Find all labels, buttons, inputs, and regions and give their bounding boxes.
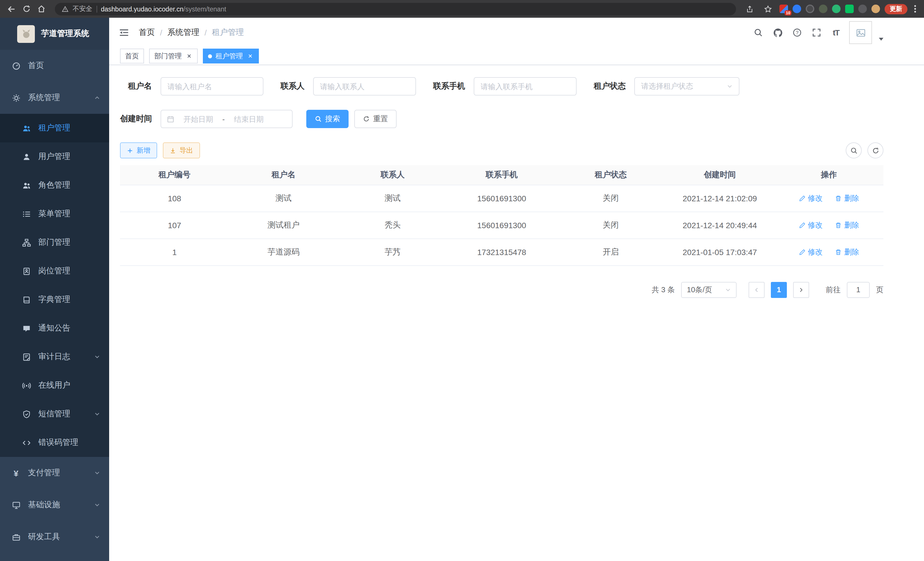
search-button[interactable]: 搜索 bbox=[306, 110, 349, 128]
breadcrumb-system[interactable]: 系统管理 bbox=[167, 27, 200, 38]
sidebar-item-dept[interactable]: 部门管理 bbox=[0, 228, 109, 257]
filter-tenant-name: 租户名 bbox=[120, 77, 263, 96]
sidebar-item-post[interactable]: 岗位管理 bbox=[0, 257, 109, 285]
header-search-icon[interactable] bbox=[752, 26, 765, 39]
edit-link[interactable]: 修改 bbox=[799, 193, 823, 203]
extension-icon-4[interactable] bbox=[819, 5, 827, 13]
reload-icon[interactable] bbox=[20, 2, 33, 16]
tab-close-icon[interactable] bbox=[185, 52, 193, 60]
edit-link[interactable]: 修改 bbox=[799, 247, 823, 257]
sidebar-item-label: 部门管理 bbox=[38, 237, 100, 248]
breadcrumb-home[interactable]: 首页 bbox=[139, 27, 155, 38]
col-actions: 操作 bbox=[774, 165, 884, 185]
export-button[interactable]: 导出 bbox=[163, 142, 200, 158]
breadcrumb-current: 租户管理 bbox=[212, 27, 244, 38]
sidebar-item-audit-log[interactable]: 审计日志 bbox=[0, 343, 109, 371]
sidebar-item-error-code[interactable]: 错误码管理 bbox=[0, 428, 109, 457]
fullscreen-icon[interactable] bbox=[810, 26, 823, 39]
sidebar-item-label: 支付管理 bbox=[28, 468, 87, 478]
help-icon[interactable]: ? bbox=[791, 26, 803, 39]
user-avatar[interactable] bbox=[849, 21, 872, 44]
goto-suffix: 页 bbox=[876, 284, 884, 295]
sidebar-item-menu[interactable]: 菜单管理 bbox=[0, 200, 109, 228]
gear-icon bbox=[11, 93, 21, 102]
col-created: 创建时间 bbox=[665, 165, 774, 185]
delete-link[interactable]: 删除 bbox=[835, 220, 859, 230]
add-button[interactable]: 新增 bbox=[120, 142, 157, 158]
page-size-select[interactable]: 10条/页 bbox=[681, 282, 736, 298]
tab-dept[interactable]: 部门管理 bbox=[149, 49, 198, 63]
extensions-puzzle-icon[interactable] bbox=[858, 5, 867, 13]
app-title: 芋道管理系统 bbox=[41, 29, 89, 39]
tab-close-icon[interactable] bbox=[246, 52, 254, 60]
status-select[interactable]: 请选择租户状态 bbox=[634, 77, 740, 96]
delete-link[interactable]: 删除 bbox=[835, 247, 859, 257]
page-number-button[interactable]: 1 bbox=[771, 282, 787, 298]
dict-book-icon bbox=[22, 295, 31, 304]
sidebar-item-role[interactable]: 角色管理 bbox=[0, 171, 109, 200]
filter-row-1: 租户名 联系人 联系手机 租户状态 请选择租户状态 bbox=[120, 77, 884, 96]
sidebar-item-home[interactable]: 首页 bbox=[0, 50, 109, 82]
refresh-icon[interactable] bbox=[867, 142, 884, 158]
sidebar-item-dict[interactable]: 字典管理 bbox=[0, 285, 109, 314]
browser-chrome: 不安全 dashboard.yudao.iocoder.cn/system/te… bbox=[0, 0, 924, 18]
extension-icon-3[interactable] bbox=[806, 5, 814, 13]
filter-contact: 联系人 bbox=[280, 77, 416, 96]
sidebar-item-notice[interactable]: 通知公告 bbox=[0, 314, 109, 343]
reset-button[interactable]: 重置 bbox=[354, 110, 397, 128]
back-icon[interactable] bbox=[4, 2, 18, 16]
sidebar-item-infra[interactable]: 基础设施 bbox=[0, 489, 109, 521]
chevron-down-icon bbox=[94, 354, 100, 360]
filter-status: 租户状态 请选择租户状态 bbox=[594, 77, 740, 96]
font-size-icon[interactable]: tT bbox=[830, 26, 842, 39]
sidebar-item-user[interactable]: 用户管理 bbox=[0, 142, 109, 171]
svg-text:?: ? bbox=[796, 30, 798, 35]
caret-down-icon[interactable] bbox=[879, 38, 884, 40]
col-phone: 联系手机 bbox=[447, 165, 556, 185]
sidebar-item-system[interactable]: 系统管理 bbox=[0, 82, 109, 114]
github-icon[interactable] bbox=[771, 26, 784, 39]
dev-toolbox-icon bbox=[11, 532, 21, 541]
sidebar-item-tenant[interactable]: 租户管理 bbox=[0, 114, 109, 142]
sidebar-item-devtools[interactable]: 研发工具 bbox=[0, 521, 109, 553]
prev-page-button[interactable] bbox=[748, 282, 765, 298]
bookmark-star-icon[interactable] bbox=[761, 2, 775, 16]
contact-input[interactable] bbox=[313, 77, 416, 96]
tenant-users-icon bbox=[22, 123, 31, 133]
extension-icon-1[interactable]: 10 bbox=[779, 5, 788, 13]
browser-update-button[interactable]: 更新 bbox=[885, 4, 908, 14]
filter-create-time: 创建时间 - bbox=[120, 110, 292, 128]
url-bar[interactable]: 不安全 dashboard.yudao.iocoder.cn/system/te… bbox=[55, 3, 736, 15]
sidebar-item-sms[interactable]: 短信管理 bbox=[0, 400, 109, 428]
chrome-menu-icon[interactable] bbox=[912, 5, 918, 13]
tenant-name-input[interactable] bbox=[160, 77, 263, 96]
create-time-label: 创建时间 bbox=[120, 114, 152, 124]
col-tenant-name: 租户名 bbox=[229, 165, 338, 185]
extension-badge: 10 bbox=[784, 10, 791, 15]
phone-input[interactable] bbox=[474, 77, 577, 96]
navbar: 首页 / 系统管理 / 租户管理 ? bbox=[109, 18, 924, 47]
tenant-table: 租户编号 租户名 联系人 联系手机 租户状态 创建时间 操作 108 测试 bbox=[120, 165, 884, 266]
extension-icon-2[interactable] bbox=[793, 5, 801, 13]
extension-icon-6[interactable] bbox=[845, 5, 854, 13]
edit-link[interactable]: 修改 bbox=[799, 220, 823, 230]
delete-link[interactable]: 删除 bbox=[835, 193, 859, 203]
date-start-input[interactable] bbox=[177, 115, 220, 123]
goto-page-input[interactable] bbox=[847, 282, 870, 298]
extension-icon-5[interactable] bbox=[832, 5, 841, 13]
date-end-input[interactable] bbox=[227, 115, 271, 123]
toggle-search-icon[interactable] bbox=[846, 142, 862, 158]
tab-tenant[interactable]: 租户管理 bbox=[203, 49, 259, 63]
logo[interactable]: 芋道管理系统 bbox=[0, 18, 109, 50]
share-icon[interactable] bbox=[743, 2, 757, 16]
next-page-button[interactable] bbox=[793, 282, 809, 298]
sidebar-collapse-icon[interactable] bbox=[118, 26, 130, 39]
profile-avatar-icon[interactable] bbox=[872, 5, 880, 13]
status-text: 关闭 bbox=[556, 212, 665, 238]
sidebar-item-payment[interactable]: ¥ 支付管理 bbox=[0, 457, 109, 489]
sidebar-item-label: 首页 bbox=[28, 61, 100, 71]
date-range-picker[interactable]: - bbox=[160, 110, 292, 128]
home-icon[interactable] bbox=[34, 2, 48, 16]
sidebar-item-online-users[interactable]: 在线用户 bbox=[0, 371, 109, 400]
tab-home[interactable]: 首页 bbox=[120, 49, 144, 63]
